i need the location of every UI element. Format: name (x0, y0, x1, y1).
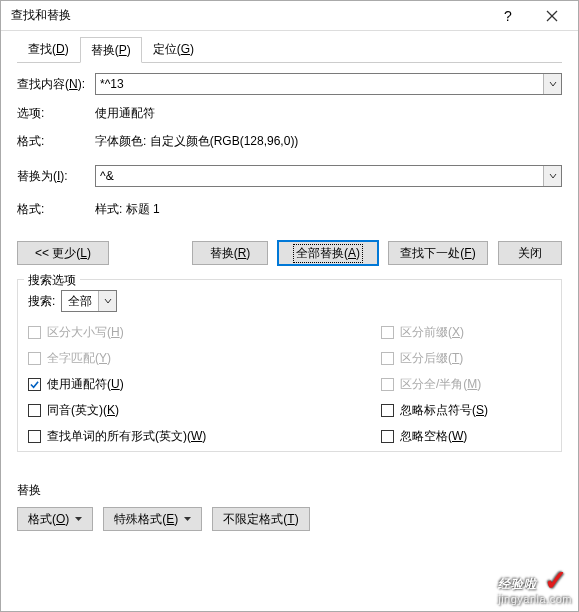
checkbox-label: 忽略标点符号(S) (400, 402, 488, 419)
check-tick-icon (30, 380, 39, 389)
replace-section-label: 替换 (17, 482, 562, 499)
checkbox-box (381, 326, 394, 339)
checkbox-option[interactable]: 忽略标点符号(S) (381, 402, 551, 419)
replace-button[interactable]: 替换(R) (192, 241, 268, 265)
checkmark-icon: ✓ (544, 565, 568, 596)
find-what-input[interactable] (96, 74, 543, 94)
checkbox-box (28, 326, 41, 339)
options-row: 选项: 使用通配符 (17, 101, 562, 123)
title-bar: 查找和替换 ? (1, 1, 578, 31)
checkbox-columns: 区分大小写(H)全字匹配(Y)使用通配符(U)同音(英文)(K)查找单词的所有形… (28, 324, 551, 445)
action-button-row: << 更少(L) 替换(R) 全部替换(A) 查找下一处(F) 关闭 (17, 241, 562, 265)
search-direction-select[interactable]: 全部 (61, 290, 117, 312)
replace-all-button[interactable]: 全部替换(A) (278, 241, 378, 265)
checkbox-box (381, 378, 394, 391)
replace-format-label: 格式: (17, 199, 95, 218)
close-button[interactable] (530, 2, 574, 30)
checkbox-label: 查找单词的所有形式(英文)(W) (47, 428, 206, 445)
checkbox-label: 区分全/半角(M) (400, 376, 481, 393)
search-options-group: 搜索选项 搜索: 全部 区分大小写(H)全字匹配(Y)使用通配符(U)同音(英文… (17, 279, 562, 452)
options-value: 使用通配符 (95, 103, 562, 122)
search-options-legend: 搜索选项 (24, 272, 80, 289)
checkbox-option[interactable]: 使用通配符(U) (28, 376, 381, 393)
chevron-down-icon (104, 297, 112, 305)
checkbox-option[interactable]: 忽略空格(W) (381, 428, 551, 445)
help-icon: ? (504, 8, 512, 24)
find-format-label: 格式: (17, 131, 95, 150)
find-format-row: 格式: 字体颜色: 自定义颜色(RGB(128,96,0)) (17, 129, 562, 151)
replace-with-label: 替换为(I): (17, 168, 95, 185)
no-formatting-button[interactable]: 不限定格式(T) (212, 507, 309, 531)
dialog-window: 查找和替换 ? 查找(D) 替换(P) 定位(G) 查找内容(N): (0, 0, 579, 612)
watermark: 经验啦 ✓ jingyanla.com (498, 562, 572, 605)
checkbox-box (381, 352, 394, 365)
checkbox-right-column: 区分前缀(X)区分后缀(T)区分全/半角(M)忽略标点符号(S)忽略空格(W) (381, 324, 551, 445)
checkbox-label: 区分大小写(H) (47, 324, 124, 341)
replace-with-dropdown-button[interactable] (543, 166, 561, 186)
checkbox-label: 忽略空格(W) (400, 428, 467, 445)
checkbox-label: 使用通配符(U) (47, 376, 124, 393)
window-title: 查找和替换 (11, 7, 486, 24)
checkbox-label: 区分后缀(T) (400, 350, 463, 367)
replace-format-row: 格式: 样式: 标题 1 (17, 197, 562, 219)
search-direction-row: 搜索: 全部 (28, 290, 551, 312)
search-direction-dropdown-button[interactable] (98, 291, 116, 311)
find-what-dropdown-button[interactable] (543, 74, 561, 94)
triangle-down-icon (75, 517, 82, 521)
triangle-down-icon (184, 517, 191, 521)
checkbox-left-column: 区分大小写(H)全字匹配(Y)使用通配符(U)同音(英文)(K)查找单词的所有形… (28, 324, 381, 445)
close-button-bottom[interactable]: 关闭 (498, 241, 562, 265)
tab-goto[interactable]: 定位(G) (142, 36, 205, 62)
checkbox-option: 区分全/半角(M) (381, 376, 551, 393)
search-direction-label: 搜索: (28, 293, 55, 310)
help-button[interactable]: ? (486, 2, 530, 30)
checkbox-box (28, 352, 41, 365)
tab-replace[interactable]: 替换(P) (80, 37, 142, 63)
special-format-button[interactable]: 特殊格式(E) (103, 507, 202, 531)
checkbox-option: 区分后缀(T) (381, 350, 551, 367)
find-next-button[interactable]: 查找下一处(F) (388, 241, 488, 265)
find-what-combo (95, 73, 562, 95)
tab-find[interactable]: 查找(D) (17, 36, 80, 62)
search-direction-value: 全部 (62, 293, 98, 310)
checkbox-box (381, 430, 394, 443)
chevron-down-icon (549, 80, 557, 88)
checkbox-label: 同音(英文)(K) (47, 402, 119, 419)
checkbox-option: 区分大小写(H) (28, 324, 381, 341)
checkbox-box (28, 404, 41, 417)
tab-bar: 查找(D) 替换(P) 定位(G) (17, 39, 562, 63)
checkbox-label: 全字匹配(Y) (47, 350, 111, 367)
checkbox-box (381, 404, 394, 417)
replace-section-buttons: 格式(O) 特殊格式(E) 不限定格式(T) (17, 507, 562, 531)
find-format-value: 字体颜色: 自定义颜色(RGB(128,96,0)) (95, 131, 562, 150)
options-label: 选项: (17, 103, 95, 122)
checkbox-option: 全字匹配(Y) (28, 350, 381, 367)
close-icon (546, 10, 558, 22)
format-button[interactable]: 格式(O) (17, 507, 93, 531)
replace-with-input[interactable] (96, 166, 543, 186)
replace-format-value: 样式: 标题 1 (95, 199, 562, 218)
checkbox-option[interactable]: 同音(英文)(K) (28, 402, 381, 419)
client-area: 查找(D) 替换(P) 定位(G) 查找内容(N): 选项: 使用通配符 (1, 31, 578, 531)
replace-with-combo (95, 165, 562, 187)
less-button[interactable]: << 更少(L) (17, 241, 109, 265)
chevron-down-icon (549, 172, 557, 180)
checkbox-option[interactable]: 查找单词的所有形式(英文)(W) (28, 428, 381, 445)
checkbox-box (28, 378, 41, 391)
checkbox-label: 区分前缀(X) (400, 324, 464, 341)
find-what-label: 查找内容(N): (17, 76, 95, 93)
find-what-row: 查找内容(N): (17, 73, 562, 95)
checkbox-box (28, 430, 41, 443)
replace-with-row: 替换为(I): (17, 165, 562, 187)
checkbox-option: 区分前缀(X) (381, 324, 551, 341)
